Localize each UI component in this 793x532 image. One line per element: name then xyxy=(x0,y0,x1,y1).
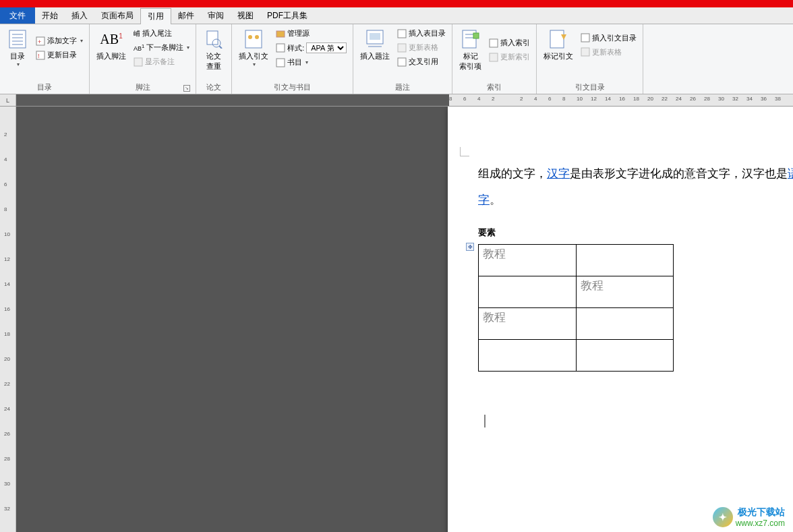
insert-index-button[interactable]: 插入索引 xyxy=(487,36,532,49)
svg-point-14 xyxy=(248,35,252,39)
update-toc-icon: ! xyxy=(36,51,45,60)
crossref-button[interactable]: 交叉引用 xyxy=(395,55,448,68)
next-footnote-icon: AB1 xyxy=(134,43,144,52)
svg-rect-17 xyxy=(276,44,285,52)
table-cell[interactable]: 教程 xyxy=(479,245,577,276)
link-hanzi[interactable]: 汉字 xyxy=(547,167,570,180)
tab-insert[interactable]: 插入 xyxy=(65,7,94,24)
mark-index-button[interactable]: 标记 索引项 xyxy=(457,27,484,73)
mark-citation-button[interactable]: 标记引文 xyxy=(541,27,576,63)
svg-text:!: ! xyxy=(38,53,40,59)
svg-rect-18 xyxy=(276,59,285,67)
footnote-icon: AB1 xyxy=(100,28,122,50)
ribbon: 目录 + 添加文字 ! 更新目录 目录 AB1 插入脚注 xyxy=(0,24,793,94)
group-toc-label: 目录 xyxy=(4,81,85,94)
tab-layout[interactable]: 页面布局 xyxy=(94,7,140,24)
group-index-label: 索引 xyxy=(457,81,532,94)
svg-rect-16 xyxy=(276,31,285,37)
table-cell[interactable] xyxy=(576,245,674,276)
update-index-button[interactable]: 更新索引 xyxy=(487,51,532,63)
update-toa-icon xyxy=(581,47,590,57)
insert-toa-button[interactable]: 插入引文目录 xyxy=(579,32,639,45)
caption-icon xyxy=(364,28,386,50)
group-index: 标记 索引项 插入索引 更新索引 索引 xyxy=(452,24,537,94)
table-row[interactable]: 教程 xyxy=(479,276,674,308)
watermark-logo-icon: ✦ xyxy=(713,507,733,527)
insert-tof-button[interactable]: 插入表目录 xyxy=(395,27,448,40)
manage-sources-button[interactable]: 管理源 xyxy=(274,27,349,40)
tab-review[interactable]: 审阅 xyxy=(201,7,231,24)
svg-point-15 xyxy=(255,35,259,39)
group-footnotes: AB1 插入脚注 峬 插入尾注 AB1 下一条脚注 显示备注 xyxy=(90,24,196,94)
style-icon xyxy=(276,43,285,53)
update-toc-button[interactable]: ! 更新目录 xyxy=(34,49,85,61)
toc-button[interactable]: 目录 xyxy=(4,27,31,69)
add-text-icon: + xyxy=(36,36,45,46)
table-cell[interactable] xyxy=(576,340,674,372)
tab-mail[interactable]: 邮件 xyxy=(171,7,201,24)
tab-view[interactable]: 视图 xyxy=(231,7,260,24)
toc-label: 目录 xyxy=(10,51,25,61)
next-footnote-button[interactable]: AB1 下一条脚注 xyxy=(131,41,192,54)
manage-sources-icon xyxy=(276,29,285,38)
tab-pdf[interactable]: PDF工具集 xyxy=(260,7,314,24)
citation-icon xyxy=(243,28,264,50)
table-cell[interactable] xyxy=(479,340,577,372)
ruler-row: L 86422468101214161820222426283032343638 xyxy=(0,94,793,107)
svg-rect-20 xyxy=(370,33,380,40)
svg-rect-29 xyxy=(490,39,498,47)
ruler-vertical[interactable]: 246810121416182022242628303234 xyxy=(0,107,16,532)
table-move-handle[interactable]: ✥ xyxy=(466,243,474,251)
insert-footnote-button[interactable]: AB1 插入脚注 xyxy=(94,27,129,68)
bibliography-button[interactable]: 书目 xyxy=(274,56,349,69)
table-cell[interactable]: 教程 xyxy=(576,276,674,308)
table-row[interactable]: 教程 xyxy=(479,245,674,276)
table-row[interactable]: 教程 xyxy=(479,308,674,340)
add-text-button[interactable]: + 添加文字 xyxy=(34,34,85,47)
ruler-horizontal[interactable]: 86422468101214161820222426283032343638 xyxy=(449,94,793,106)
group-footnotes-label: 脚注 ↘ xyxy=(94,81,192,94)
ruler-dark-left xyxy=(16,94,449,106)
table-cell[interactable] xyxy=(479,276,577,308)
table-cell[interactable] xyxy=(576,308,674,340)
svg-line-12 xyxy=(219,46,222,49)
citation-style[interactable]: 样式: APA 第五 xyxy=(274,41,349,55)
insert-endnote-button[interactable]: 峬 插入尾注 xyxy=(131,27,192,40)
svg-rect-33 xyxy=(581,48,589,56)
menu-bar: 文件 开始 插入 页面布局 引用 邮件 审阅 视图 PDF工具集 xyxy=(0,7,793,24)
update-toa-button[interactable]: 更新表格 xyxy=(579,46,639,59)
svg-rect-9 xyxy=(134,58,142,66)
update-table-icon xyxy=(397,43,407,53)
biblio-icon xyxy=(276,58,285,67)
insert-caption-button[interactable]: 插入题注 xyxy=(357,27,392,68)
page[interactable]: 组成的文字，汉字是由表形文字进化成的意音文字，汉字也是语素文字。 要素 ✥ 教程… xyxy=(448,107,793,532)
insert-index-icon xyxy=(489,38,498,48)
table-cell[interactable]: 教程 xyxy=(479,308,577,340)
update-caption-table-button[interactable]: 更新表格 xyxy=(395,41,448,54)
group-authorities-label: 引文目录 xyxy=(541,81,639,94)
ruler-corner[interactable]: L xyxy=(0,94,16,106)
tab-file[interactable]: 文件 xyxy=(0,7,35,24)
table-row[interactable] xyxy=(479,340,674,372)
style-select[interactable]: APA 第五 xyxy=(306,42,347,53)
endnote-icon: 峬 xyxy=(134,29,140,38)
paragraph[interactable]: 组成的文字，汉字是由表形文字进化成的意音文字，汉字也是语素文字。 xyxy=(478,160,793,213)
heading-yaosu[interactable]: 要素 xyxy=(478,227,793,239)
workspace: 246810121416182022242628303234 组成的文字，汉字是… xyxy=(0,107,793,532)
tab-references[interactable]: 引用 xyxy=(140,8,171,24)
group-citations-label: 引文与书目 xyxy=(236,81,349,94)
doc-table[interactable]: 教程 教程 教程 xyxy=(478,244,674,372)
show-notes-button[interactable]: 显示备注 xyxy=(131,55,192,68)
footnotes-dialog-launcher[interactable]: ↘ xyxy=(183,85,190,92)
watermark: ✦ 极光下载站 www.xz7.com xyxy=(713,506,785,528)
svg-rect-13 xyxy=(245,30,262,48)
thesis-check-button[interactable]: 论文 查重 xyxy=(200,27,227,73)
show-notes-icon xyxy=(134,57,143,67)
mark-citation-icon xyxy=(548,28,569,50)
insert-citation-button[interactable]: 插入引文 xyxy=(236,27,271,69)
svg-rect-22 xyxy=(398,30,406,38)
svg-rect-32 xyxy=(581,34,589,42)
group-citations: 插入引文 管理源 样式: APA 第五 书目 引文与书目 xyxy=(232,24,353,94)
tab-home[interactable]: 开始 xyxy=(35,7,65,24)
document-canvas[interactable]: 组成的文字，汉字是由表形文字进化成的意音文字，汉字也是语素文字。 要素 ✥ 教程… xyxy=(16,107,793,532)
